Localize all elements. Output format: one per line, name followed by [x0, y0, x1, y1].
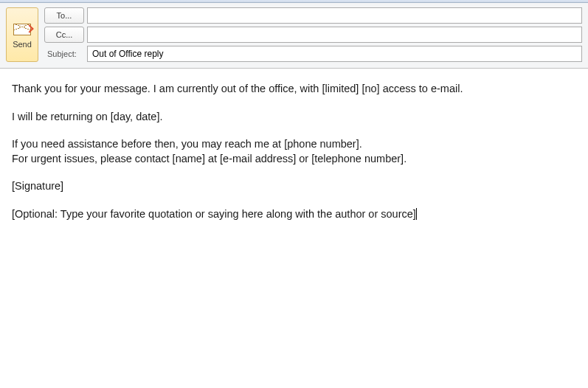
subject-label: Subject:: [44, 49, 84, 58]
cc-button[interactable]: Cc...: [44, 27, 84, 43]
to-input[interactable]: [87, 7, 582, 24]
to-button[interactable]: To...: [44, 7, 84, 24]
body-paragraph: If you need assistance before then, you …: [12, 137, 576, 152]
send-button[interactable]: Send: [6, 7, 38, 62]
cc-input[interactable]: [87, 27, 582, 43]
cc-row: Cc...: [44, 27, 582, 43]
body-paragraph: Thank you for your message. I am current…: [12, 82, 576, 97]
body-paragraph: I will be returning on [day, date].: [12, 110, 576, 125]
compose-header: Send To... Cc... Subject:: [0, 3, 588, 69]
fields-area: To... Cc... Subject:: [44, 7, 582, 62]
subject-row: Subject:: [44, 46, 582, 62]
body-paragraph: [Signature]: [12, 179, 576, 194]
body-paragraph: [Optional: Type your favorite quotation …: [12, 207, 576, 222]
envelope-send-icon: [13, 24, 31, 35]
send-label: Send: [13, 40, 32, 49]
message-body[interactable]: Thank you for your message. I am current…: [0, 69, 588, 378]
to-row: To...: [44, 7, 582, 24]
subject-input[interactable]: [87, 46, 582, 62]
body-paragraph: For urgent issues, please contact [name]…: [12, 152, 576, 167]
